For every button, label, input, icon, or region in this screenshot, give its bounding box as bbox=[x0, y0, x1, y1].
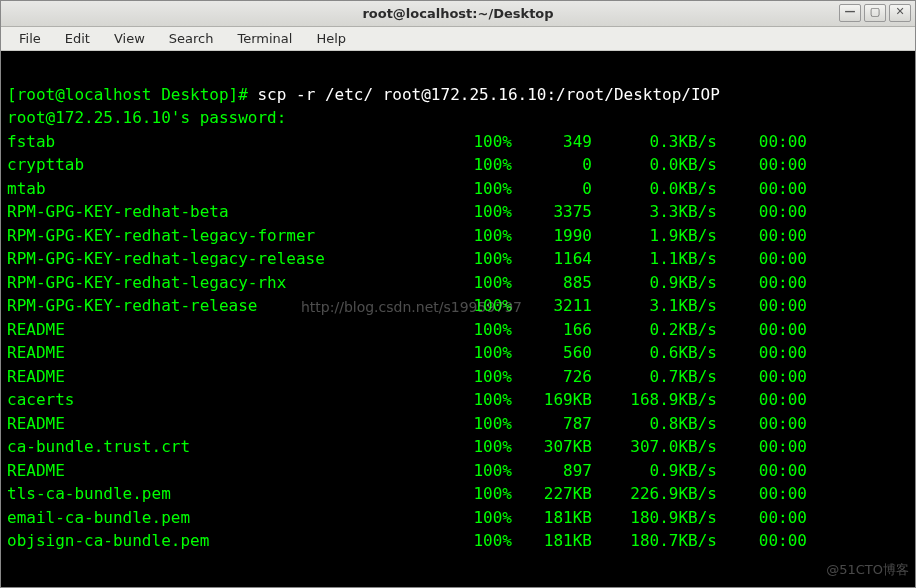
rate: 168.9KB/s bbox=[592, 388, 717, 412]
size: 726 bbox=[512, 365, 592, 389]
size: 169KB bbox=[512, 388, 592, 412]
menu-terminal[interactable]: Terminal bbox=[225, 29, 304, 48]
file-name: README bbox=[7, 459, 457, 483]
percent: 100% bbox=[457, 271, 512, 295]
percent: 100% bbox=[457, 294, 512, 318]
percent: 100% bbox=[457, 388, 512, 412]
prompt-close: ]# bbox=[229, 85, 258, 104]
size: 181KB bbox=[512, 529, 592, 553]
percent: 100% bbox=[457, 459, 512, 483]
command-text: scp -r /etc/ root@172.25.16.10:/root/Des… bbox=[257, 85, 719, 104]
rate: 0.0KB/s bbox=[592, 177, 717, 201]
blank-line bbox=[7, 59, 909, 83]
size: 0 bbox=[512, 177, 592, 201]
percent: 100% bbox=[457, 318, 512, 342]
titlebar[interactable]: root@localhost:~/Desktop — ▢ ✕ bbox=[1, 1, 915, 27]
scp-row: README100%1660.2KB/s00:00 bbox=[7, 318, 909, 342]
menu-file[interactable]: File bbox=[7, 29, 53, 48]
file-name: RPM-GPG-KEY-redhat-release bbox=[7, 294, 457, 318]
rate: 0.7KB/s bbox=[592, 365, 717, 389]
eta: 00:00 bbox=[717, 177, 807, 201]
eta: 00:00 bbox=[717, 435, 807, 459]
size: 307KB bbox=[512, 435, 592, 459]
rate: 1.1KB/s bbox=[592, 247, 717, 271]
percent: 100% bbox=[457, 200, 512, 224]
scp-row: tls-ca-bundle.pem100%227KB226.9KB/s00:00 bbox=[7, 482, 909, 506]
window-controls: — ▢ ✕ bbox=[839, 4, 911, 22]
percent: 100% bbox=[457, 506, 512, 530]
eta: 00:00 bbox=[717, 529, 807, 553]
percent: 100% bbox=[457, 153, 512, 177]
rate: 1.9KB/s bbox=[592, 224, 717, 248]
size: 885 bbox=[512, 271, 592, 295]
eta: 00:00 bbox=[717, 459, 807, 483]
menu-help[interactable]: Help bbox=[304, 29, 358, 48]
scp-row: RPM-GPG-KEY-redhat-legacy-former100%1990… bbox=[7, 224, 909, 248]
size: 1990 bbox=[512, 224, 592, 248]
rate: 0.8KB/s bbox=[592, 412, 717, 436]
size: 0 bbox=[512, 153, 592, 177]
file-name: README bbox=[7, 412, 457, 436]
scp-row: RPM-GPG-KEY-redhat-legacy-release100%116… bbox=[7, 247, 909, 271]
eta: 00:00 bbox=[717, 294, 807, 318]
eta: 00:00 bbox=[717, 153, 807, 177]
minimize-button[interactable]: — bbox=[839, 4, 861, 22]
percent: 100% bbox=[457, 365, 512, 389]
eta: 00:00 bbox=[717, 318, 807, 342]
eta: 00:00 bbox=[717, 506, 807, 530]
rate: 0.3KB/s bbox=[592, 130, 717, 154]
menu-search[interactable]: Search bbox=[157, 29, 226, 48]
rate: 0.9KB/s bbox=[592, 459, 717, 483]
scp-row: ca-bundle.trust.crt100%307KB307.0KB/s00:… bbox=[7, 435, 909, 459]
prompt-line: [root@localhost Desktop]# scp -r /etc/ r… bbox=[7, 83, 909, 107]
percent: 100% bbox=[457, 529, 512, 553]
prompt-open: [ bbox=[7, 85, 17, 104]
menu-view[interactable]: View bbox=[102, 29, 157, 48]
scp-row: objsign-ca-bundle.pem100%181KB180.7KB/s0… bbox=[7, 529, 909, 553]
rate: 0.6KB/s bbox=[592, 341, 717, 365]
scp-row: RPM-GPG-KEY-redhat-release100%32113.1KB/… bbox=[7, 294, 909, 318]
scp-row: README100%5600.6KB/s00:00 bbox=[7, 341, 909, 365]
eta: 00:00 bbox=[717, 412, 807, 436]
maximize-button[interactable]: ▢ bbox=[864, 4, 886, 22]
eta: 00:00 bbox=[717, 224, 807, 248]
rate: 226.9KB/s bbox=[592, 482, 717, 506]
scp-row: RPM-GPG-KEY-redhat-beta100%33753.3KB/s00… bbox=[7, 200, 909, 224]
close-button[interactable]: ✕ bbox=[889, 4, 911, 22]
scp-row: cacerts100%169KB168.9KB/s00:00 bbox=[7, 388, 909, 412]
scp-row: README100%7870.8KB/s00:00 bbox=[7, 412, 909, 436]
size: 3211 bbox=[512, 294, 592, 318]
size: 166 bbox=[512, 318, 592, 342]
size: 897 bbox=[512, 459, 592, 483]
file-name: cacerts bbox=[7, 388, 457, 412]
percent: 100% bbox=[457, 341, 512, 365]
file-name: RPM-GPG-KEY-redhat-legacy-release bbox=[7, 247, 457, 271]
eta: 00:00 bbox=[717, 388, 807, 412]
percent: 100% bbox=[457, 247, 512, 271]
scp-row: mtab100%00.0KB/s00:00 bbox=[7, 177, 909, 201]
eta: 00:00 bbox=[717, 482, 807, 506]
rate: 0.9KB/s bbox=[592, 271, 717, 295]
size: 1164 bbox=[512, 247, 592, 271]
scp-row: README100%7260.7KB/s00:00 bbox=[7, 365, 909, 389]
file-name: RPM-GPG-KEY-redhat-beta bbox=[7, 200, 457, 224]
rate: 0.0KB/s bbox=[592, 153, 717, 177]
rate: 180.7KB/s bbox=[592, 529, 717, 553]
prompt-user-host: root@localhost bbox=[17, 85, 152, 104]
eta: 00:00 bbox=[717, 271, 807, 295]
size: 349 bbox=[512, 130, 592, 154]
percent: 100% bbox=[457, 482, 512, 506]
size: 181KB bbox=[512, 506, 592, 530]
terminal-body[interactable]: [root@localhost Desktop]# scp -r /etc/ r… bbox=[1, 51, 915, 587]
file-name: README bbox=[7, 365, 457, 389]
rate: 0.2KB/s bbox=[592, 318, 717, 342]
menu-edit[interactable]: Edit bbox=[53, 29, 102, 48]
file-name: README bbox=[7, 341, 457, 365]
rate: 307.0KB/s bbox=[592, 435, 717, 459]
scp-row: crypttab100%00.0KB/s00:00 bbox=[7, 153, 909, 177]
file-name: RPM-GPG-KEY-redhat-legacy-former bbox=[7, 224, 457, 248]
file-name: crypttab bbox=[7, 153, 457, 177]
terminal-window: root@localhost:~/Desktop — ▢ ✕ File Edit… bbox=[0, 0, 916, 588]
file-name: email-ca-bundle.pem bbox=[7, 506, 457, 530]
file-name: objsign-ca-bundle.pem bbox=[7, 529, 457, 553]
